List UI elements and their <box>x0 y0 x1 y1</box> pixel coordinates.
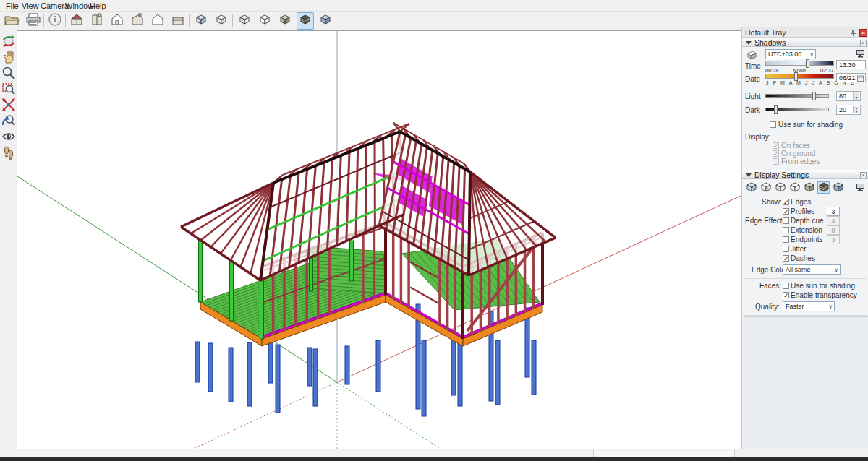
print-button[interactable] <box>25 12 42 30</box>
measurements-box[interactable] <box>593 450 735 457</box>
open-icon <box>4 12 20 30</box>
model-canvas <box>17 31 741 449</box>
style-wireframe-button[interactable] <box>236 12 253 30</box>
view-right-button[interactable] <box>129 12 146 30</box>
use-sun-label: Use sun for shading <box>778 121 843 129</box>
open-button[interactable] <box>3 12 20 30</box>
toggle-shadows-icon[interactable] <box>746 51 757 60</box>
time-input[interactable]: 13:30 <box>836 60 866 69</box>
zoom-previous-button[interactable] <box>1 114 17 130</box>
style-xray-button[interactable] <box>192 12 210 30</box>
shadows-section-header[interactable]: Shadows × <box>742 38 868 47</box>
status-bar <box>0 449 868 457</box>
chevron-down-icon: ∨ <box>828 303 833 310</box>
3d-viewport[interactable] <box>17 30 741 449</box>
tray-close-button[interactable]: × <box>859 29 867 37</box>
style-monochrome-button[interactable] <box>317 12 334 30</box>
faces-use-sun-checkbox[interactable] <box>783 283 789 289</box>
extension-checkbox[interactable] <box>783 227 789 233</box>
date-label: Date <box>745 75 760 83</box>
jitter-checkbox[interactable] <box>783 246 789 252</box>
style-hidden-line-button[interactable] <box>256 12 273 30</box>
endpoints-label: Endpoints <box>791 236 822 244</box>
view-iso-button[interactable] <box>68 12 85 30</box>
style-wireframe-icon <box>775 181 786 194</box>
pin-icon[interactable] <box>849 29 856 36</box>
view-left-button[interactable] <box>169 12 187 30</box>
toolbar-divider <box>189 14 190 27</box>
spin-down-icon[interactable]: ▼ <box>853 95 859 100</box>
tray-style-monochrome-button[interactable] <box>832 181 844 194</box>
display-label: Display: <box>745 133 771 141</box>
tray-title: Default Tray <box>745 28 786 37</box>
display-settings-title: Display Settings <box>754 171 809 179</box>
on-faces-checkbox <box>773 142 779 149</box>
view-top-button[interactable] <box>88 12 106 30</box>
display-details-icon[interactable] <box>856 183 865 191</box>
date-slider[interactable] <box>765 74 834 79</box>
tray-style-xray-button[interactable] <box>745 181 757 194</box>
light-slider[interactable] <box>765 94 829 98</box>
tray-style-back-edges-button[interactable] <box>760 181 772 194</box>
tray-style-shaded-textures-button[interactable] <box>817 181 830 194</box>
view-front-button[interactable] <box>109 12 126 30</box>
on-faces-label: On faces <box>781 142 810 150</box>
light-label: Light <box>745 92 761 100</box>
model-info-button[interactable] <box>46 12 64 30</box>
profiles-checkbox[interactable] <box>783 208 789 215</box>
zoom-button[interactable] <box>1 66 17 82</box>
zoom-extents-button[interactable] <box>1 98 17 114</box>
time-value: 13:30 <box>839 61 856 69</box>
show-label: Show: <box>762 198 782 206</box>
dark-slider-thumb[interactable] <box>774 105 778 114</box>
style-xray-icon <box>195 14 207 28</box>
edge-color-select[interactable]: All same∨ <box>783 264 841 275</box>
timezone-select[interactable]: UTC+03:00∨ <box>765 49 816 59</box>
time-slider[interactable] <box>765 61 834 66</box>
look-around-button[interactable] <box>1 130 17 146</box>
time-slider-thumb[interactable] <box>806 59 809 68</box>
tray-style-shaded-button[interactable] <box>803 181 815 194</box>
zoom-previous-icon <box>1 113 16 131</box>
print-icon <box>25 12 41 30</box>
on-ground-label: On ground <box>781 150 815 158</box>
spin-down-icon[interactable]: ▼ <box>853 109 859 113</box>
style-hidden-line-icon <box>789 181 801 194</box>
tray-style-hidden-line-button[interactable] <box>788 181 801 194</box>
style-shaded-button[interactable] <box>276 12 294 30</box>
pan-button[interactable] <box>1 51 17 66</box>
orbit-icon <box>1 34 16 51</box>
dashes-checkbox[interactable] <box>783 255 789 262</box>
quality-select[interactable]: Faster∨ <box>783 301 835 311</box>
dark-spinbox[interactable]: 20 ▲ ▼ <box>836 105 861 115</box>
shadows-details-icon[interactable] <box>856 49 865 58</box>
use-sun-checkbox[interactable] <box>770 121 776 128</box>
light-slider-thumb[interactable] <box>812 92 816 100</box>
orbit-button[interactable] <box>1 35 17 51</box>
style-monochrome-icon <box>833 181 844 194</box>
toolbar-divider <box>65 14 66 27</box>
endpoints-checkbox[interactable] <box>783 236 789 243</box>
walk-button[interactable] <box>1 146 17 162</box>
depth-cue-checkbox[interactable] <box>783 217 789 224</box>
display-settings-section-header[interactable]: Display Settings × <box>742 170 868 179</box>
calendar-icon[interactable] <box>857 75 864 82</box>
view-top-icon <box>89 12 105 30</box>
menu-help[interactable]: Help <box>87 1 109 11</box>
profiles-value[interactable]: 3 <box>827 207 840 216</box>
view-back-button[interactable] <box>149 12 166 30</box>
edges-checkbox[interactable] <box>783 199 789 205</box>
date-input[interactable]: 06/21 <box>836 73 866 82</box>
style-shaded-textures-button[interactable] <box>297 12 314 30</box>
dark-value: 20 <box>839 106 846 113</box>
zoom-window-button[interactable] <box>1 82 17 98</box>
light-spinbox[interactable]: 80 ▲ ▼ <box>836 91 861 101</box>
tray-style-wireframe-button[interactable] <box>774 181 786 194</box>
shadows-close-button[interactable]: × <box>860 40 867 46</box>
enable-transparency-checkbox[interactable] <box>783 292 789 298</box>
display-settings-close-button[interactable]: × <box>860 172 867 178</box>
chevron-down-icon: ∨ <box>809 51 814 58</box>
toolbar-divider <box>232 14 233 27</box>
dark-slider[interactable] <box>765 108 829 111</box>
style-back-edges-button[interactable] <box>213 12 230 30</box>
